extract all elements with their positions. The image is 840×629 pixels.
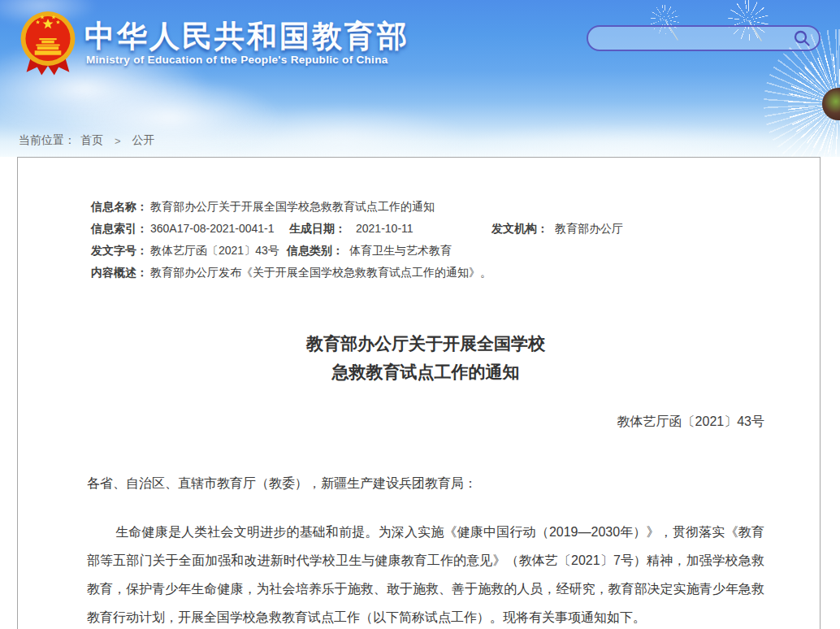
national-emblem-icon (16, 9, 80, 80)
dandelion-icon (788, 54, 840, 154)
meta-row-summary: 内容概述： 教育部办公厅发布《关于开展全国学校急救教育试点工作的通知》。 (91, 262, 764, 284)
meta-docno-label: 发文字号： (91, 240, 150, 262)
document-paragraph: 生命健康是人类社会文明进步的基础和前提。为深入实施《健康中国行动（2019—20… (87, 518, 764, 629)
meta-index-value: 360A17-08-2021-0041-1 (150, 218, 289, 240)
search-icon (793, 29, 811, 47)
meta-org-value: 教育部办公厅 (555, 218, 764, 240)
meta-summary-label: 内容概述： (91, 262, 150, 284)
meta-name-value: 教育部办公厅关于开展全国学校急救教育试点工作的通知 (150, 196, 764, 218)
meta-date-label: 生成日期： (289, 218, 356, 240)
breadcrumb-current-link[interactable]: 公开 (132, 133, 155, 148)
cloud-decoration (455, 122, 796, 157)
document-title-line1: 教育部办公厅关于开展全国学校 (87, 329, 764, 358)
site-header: 中华人民共和国教育部 Ministry of Education of the … (0, 0, 840, 157)
meta-type-value: 体育卫生与艺术教育 (349, 240, 764, 262)
breadcrumb-location-label: 当前位置： (19, 133, 76, 148)
document-meta: 信息名称： 教育部办公厅关于开展全国学校急救教育试点工作的通知 信息索引： 36… (18, 158, 820, 284)
meta-row-docno-type: 发文字号： 教体艺厅函〔2021〕43号 信息类别： 体育卫生与艺术教育 (91, 240, 764, 262)
meta-type-label: 信息类别： (287, 240, 349, 262)
meta-index-label: 信息索引： (91, 218, 150, 240)
document-body: 教育部办公厅关于开展全国学校 急救教育试点工作的通知 教体艺厅函〔2021〕43… (18, 329, 820, 629)
document-title-line2: 急救教育试点工作的通知 (87, 358, 764, 386)
search-input[interactable] (588, 27, 793, 50)
document-panel: 信息名称： 教育部办公厅关于开展全国学校急救教育试点工作的通知 信息索引： 36… (17, 157, 821, 629)
meta-row-name: 信息名称： 教育部办公厅关于开展全国学校急救教育试点工作的通知 (91, 196, 764, 218)
search-box (587, 25, 821, 51)
meta-date-value: 2021-10-11 (356, 218, 491, 240)
document-title: 教育部办公厅关于开展全国学校 急救教育试点工作的通知 (87, 329, 764, 386)
meta-summary-value: 教育部办公厅发布《关于开展全国学校急救教育试点工作的通知》。 (150, 262, 764, 284)
document-salutation: 各省、自治区、直辖市教育厅（教委），新疆生产建设兵团教育局： (87, 469, 764, 497)
meta-name-label: 信息名称： (91, 196, 150, 218)
breadcrumb: 当前位置： 首页 > 公开 (19, 133, 155, 148)
document-number: 教体艺厅函〔2021〕43号 (87, 410, 764, 432)
meta-row-index-date-org: 信息索引： 360A17-08-2021-0041-1 生成日期： 2021-1… (91, 218, 764, 240)
site-title: 中华人民共和国教育部 (84, 16, 409, 57)
breadcrumb-home-link[interactable]: 首页 (80, 133, 103, 148)
site-subtitle: Ministry of Education of the People's Re… (86, 54, 388, 66)
breadcrumb-separator: > (115, 135, 121, 147)
search-button[interactable] (793, 29, 819, 47)
meta-docno-value: 教体艺厅函〔2021〕43号 (150, 240, 287, 262)
meta-org-label: 发文机构： (491, 218, 555, 240)
